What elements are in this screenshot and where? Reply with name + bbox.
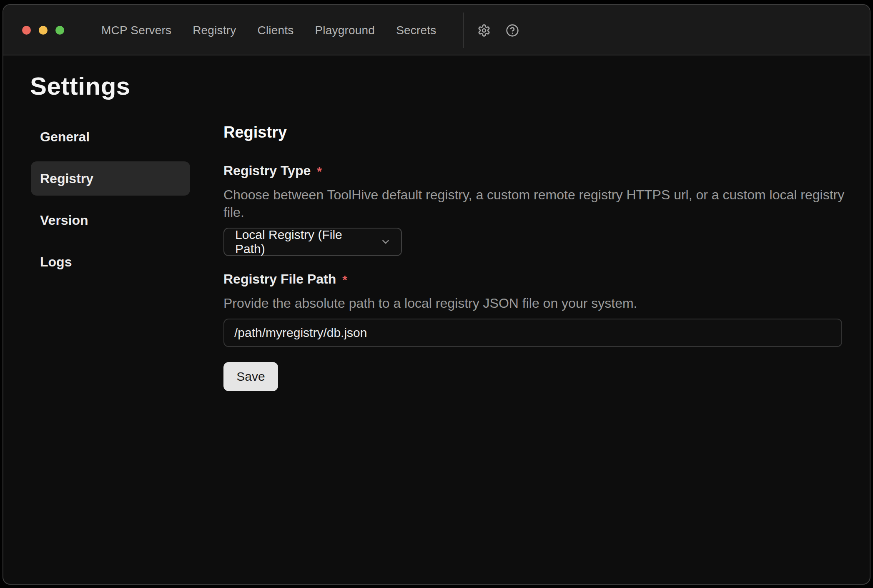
registry-file-path-description: Provide the absolute path to a local reg… bbox=[223, 294, 845, 312]
settings-sidebar: General Registry Version Logs bbox=[31, 120, 190, 279]
required-asterisk: * bbox=[342, 270, 347, 289]
save-button[interactable]: Save bbox=[223, 362, 278, 391]
registry-type-label: Registry Type bbox=[223, 162, 311, 179]
sidebar-item-version[interactable]: Version bbox=[31, 203, 190, 237]
titlebar: MCP Servers Registry Clients Playground … bbox=[3, 5, 870, 55]
gear-icon bbox=[477, 24, 491, 37]
window-controls bbox=[22, 5, 64, 55]
chevron-down-icon bbox=[373, 236, 391, 247]
nav-item-secrets[interactable]: Secrets bbox=[396, 24, 436, 37]
registry-type-selected-value: Local Registry (File Path) bbox=[235, 228, 373, 256]
minimize-window-button[interactable] bbox=[39, 26, 48, 35]
nav-divider bbox=[463, 13, 464, 48]
required-asterisk: * bbox=[317, 162, 322, 180]
sidebar-item-label: Version bbox=[40, 213, 88, 228]
desktop-background: MCP Servers Registry Clients Playground … bbox=[0, 0, 873, 588]
settings-gear-button[interactable] bbox=[474, 5, 494, 55]
registry-file-path-input[interactable] bbox=[223, 319, 842, 347]
settings-panel: Registry Registry Type * Choose between … bbox=[223, 123, 845, 391]
section-heading: Registry bbox=[223, 123, 845, 142]
sidebar-item-registry[interactable]: Registry bbox=[31, 161, 190, 196]
registry-file-path-label: Registry File Path bbox=[223, 270, 336, 288]
nav-item-playground[interactable]: Playground bbox=[315, 24, 375, 37]
registry-type-label-row: Registry Type * bbox=[223, 162, 845, 180]
nav-item-mcp-servers[interactable]: MCP Servers bbox=[101, 24, 171, 37]
page-title: Settings bbox=[30, 72, 130, 101]
help-circle-icon bbox=[506, 24, 519, 37]
registry-file-path-label-row: Registry File Path * bbox=[223, 270, 845, 289]
nav-item-clients[interactable]: Clients bbox=[257, 24, 294, 37]
main-nav: MCP Servers Registry Clients Playground … bbox=[101, 5, 436, 55]
sidebar-item-label: Logs bbox=[40, 254, 72, 270]
help-button[interactable] bbox=[502, 5, 522, 55]
app-window: MCP Servers Registry Clients Playground … bbox=[3, 4, 870, 585]
sidebar-item-general[interactable]: General bbox=[31, 120, 190, 154]
close-window-button[interactable] bbox=[22, 26, 31, 35]
sidebar-item-label: General bbox=[40, 129, 90, 145]
maximize-window-button[interactable] bbox=[55, 26, 64, 35]
registry-type-description: Choose between ToolHive default registry… bbox=[223, 186, 845, 221]
registry-type-select[interactable]: Local Registry (File Path) bbox=[223, 228, 402, 256]
nav-item-registry[interactable]: Registry bbox=[193, 24, 236, 37]
sidebar-item-label: Registry bbox=[40, 171, 93, 186]
sidebar-item-logs[interactable]: Logs bbox=[31, 245, 190, 279]
